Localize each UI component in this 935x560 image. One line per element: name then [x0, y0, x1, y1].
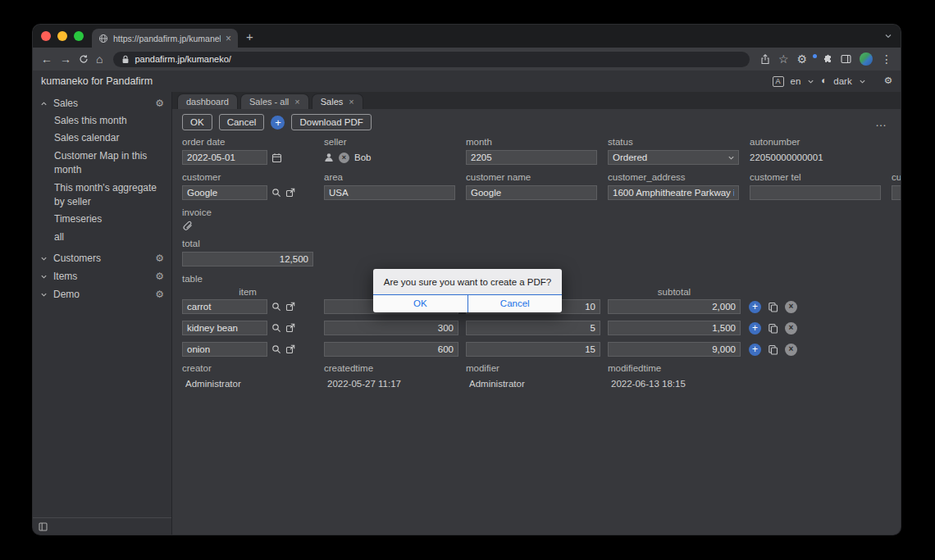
external-link-icon[interactable]: [285, 302, 295, 312]
dialog-cancel-button[interactable]: Cancel: [468, 295, 563, 312]
sidebar-item-customer-map[interactable]: Customer Map in this month: [54, 148, 165, 180]
remove-seller-icon[interactable]: ×: [339, 153, 349, 163]
lookup-search-icon[interactable]: [271, 302, 281, 312]
add-row-icon[interactable]: +: [749, 301, 761, 313]
external-link-icon[interactable]: [285, 344, 295, 354]
copy-row-icon[interactable]: [768, 323, 778, 334]
total-input[interactable]: [182, 252, 313, 266]
new-tab-button[interactable]: +: [246, 30, 253, 43]
tab-search-chevron-icon[interactable]: [884, 32, 892, 40]
extensions-puzzle-icon[interactable]: [823, 54, 832, 64]
add-row-icon[interactable]: +: [749, 322, 761, 335]
table-row: + ×: [182, 342, 901, 357]
copy-row-icon[interactable]: [768, 302, 778, 312]
sidebar-item-sales-this-month[interactable]: Sales this month: [54, 112, 165, 130]
app-settings-gear-icon[interactable]: ⚙: [884, 76, 892, 86]
order-date-input[interactable]: [182, 150, 267, 165]
extension-gear-icon[interactable]: ⚙: [796, 53, 807, 65]
price-input[interactable]: [324, 321, 458, 335]
subtotal-input[interactable]: [608, 299, 741, 314]
external-link-icon[interactable]: [285, 323, 295, 333]
side-panel-icon[interactable]: [841, 54, 851, 64]
item-input[interactable]: [182, 299, 267, 314]
section-gear-icon[interactable]: ⚙: [155, 271, 164, 281]
close-window-button[interactable]: [41, 31, 51, 41]
calendar-icon[interactable]: [271, 153, 282, 163]
theme-select[interactable]: dark: [833, 76, 851, 86]
item-input[interactable]: [182, 321, 267, 335]
tab-sales-all[interactable]: Sales - all ×: [240, 93, 309, 109]
field-area: area: [324, 172, 455, 200]
delete-row-icon[interactable]: ×: [785, 301, 797, 313]
sidebar-item-timeseries[interactable]: Timeseries: [54, 211, 165, 228]
language-select[interactable]: en: [791, 76, 801, 86]
sidebar-section-items[interactable]: Items ⚙: [33, 267, 171, 285]
item-input[interactable]: [182, 342, 267, 357]
section-gear-icon[interactable]: ⚙: [155, 98, 164, 108]
tab-close-icon[interactable]: ×: [349, 97, 353, 107]
qty-input[interactable]: [466, 321, 600, 335]
copy-row-icon[interactable]: [768, 344, 778, 355]
tab-sales[interactable]: Sales ×: [312, 93, 363, 109]
subtotal-input[interactable]: [608, 321, 741, 335]
status-select[interactable]: Ordered: [608, 150, 739, 165]
field-label: order date: [182, 137, 313, 147]
lookup-search-icon[interactable]: [271, 188, 281, 198]
tab-close-icon[interactable]: ×: [294, 97, 299, 107]
forward-icon[interactable]: →: [60, 53, 71, 65]
add-row-icon[interactable]: +: [749, 344, 761, 356]
section-gear-icon[interactable]: ⚙: [155, 253, 164, 263]
theme-chevron-icon[interactable]: [859, 78, 866, 85]
sidebar-section-demo[interactable]: Demo ⚙: [33, 285, 171, 303]
tab-close-icon[interactable]: ×: [226, 33, 231, 44]
lookup-search-icon[interactable]: [271, 344, 281, 354]
profile-avatar[interactable]: [860, 52, 873, 66]
subtotal-input[interactable]: [608, 342, 741, 357]
customer-input[interactable]: [182, 185, 267, 200]
more-options-icon[interactable]: …: [875, 116, 891, 129]
download-pdf-button[interactable]: Download PDF: [291, 114, 371, 130]
field-label: area: [324, 172, 455, 182]
autonumber-value: 22050000000001: [750, 150, 881, 165]
ok-button[interactable]: OK: [182, 114, 212, 130]
delete-row-icon[interactable]: ×: [785, 344, 797, 356]
collapse-sidebar-icon[interactable]: [39, 522, 48, 531]
tab-dashboard[interactable]: dashboard: [177, 93, 238, 109]
truncated-input[interactable]: [892, 185, 901, 200]
month-input[interactable]: [466, 150, 597, 165]
back-icon[interactable]: ←: [41, 53, 52, 65]
customer-address-input[interactable]: [608, 185, 739, 200]
home-icon[interactable]: ⌂: [96, 53, 103, 65]
minimize-window-button[interactable]: [57, 31, 67, 41]
chevron-down-icon: [40, 291, 48, 298]
window-controls: [41, 31, 84, 41]
browser-tab[interactable]: https://pandafirm.jp/kumaneko ×: [92, 29, 238, 48]
reload-icon[interactable]: [79, 54, 89, 64]
maximize-window-button[interactable]: [74, 31, 84, 41]
bookmark-star-icon[interactable]: ☆: [778, 53, 789, 65]
customer-name-input[interactable]: [466, 185, 597, 200]
sidebar-item-aggregate-by-seller[interactable]: This month's aggregate by seller: [54, 180, 165, 212]
sidebar-section-sales[interactable]: Sales ⚙: [33, 94, 171, 112]
customer-tel-input[interactable]: [750, 185, 881, 200]
language-chevron-icon[interactable]: [807, 78, 814, 85]
cancel-button[interactable]: Cancel: [219, 114, 265, 130]
external-link-icon[interactable]: [285, 188, 295, 198]
price-input[interactable]: [324, 342, 458, 357]
dialog-ok-button[interactable]: OK: [373, 295, 468, 312]
lookup-search-icon[interactable]: [271, 323, 281, 333]
add-record-plus-icon[interactable]: +: [271, 116, 285, 130]
field-customer-tel: customer tel: [750, 172, 881, 200]
section-gear-icon[interactable]: ⚙: [155, 289, 164, 299]
qty-input[interactable]: [466, 342, 600, 357]
area-input[interactable]: [324, 185, 455, 200]
sidebar-item-all[interactable]: all: [54, 229, 165, 246]
address-bar[interactable]: pandafirm.jp/kumaneko/: [113, 52, 749, 67]
sidebar-item-sales-calendar[interactable]: Sales calendar: [54, 130, 165, 147]
share-icon[interactable]: [760, 54, 770, 65]
browser-tab-title: https://pandafirm.jp/kumaneko: [113, 34, 221, 43]
paperclip-icon[interactable]: [182, 221, 194, 232]
browser-menu-kebab-icon[interactable]: ⋮: [881, 53, 892, 65]
sidebar-section-customers[interactable]: Customers ⚙: [33, 249, 171, 267]
delete-row-icon[interactable]: ×: [785, 322, 797, 335]
